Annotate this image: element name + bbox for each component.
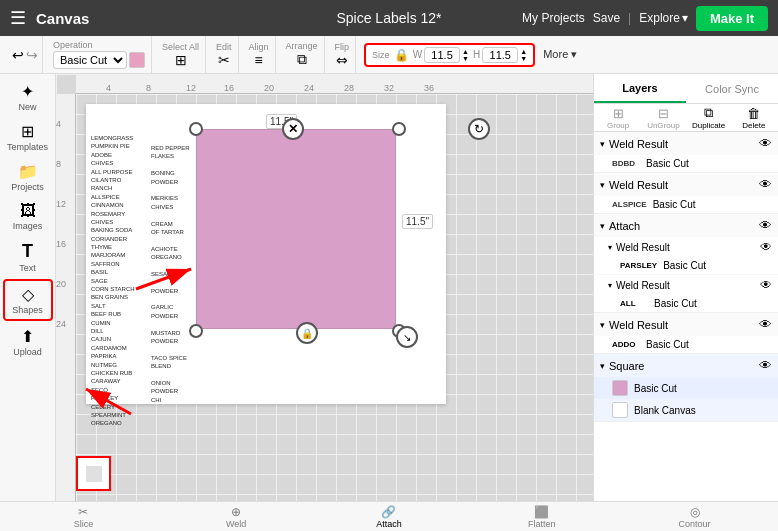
attach-header[interactable]: ▾ Attach 👁 — [594, 214, 778, 237]
handle-scale[interactable]: ↘ — [396, 326, 418, 348]
attach-subgroup-weld2: ▾ Weld Result 👁 ALL Basic Cut — [594, 275, 778, 312]
weld1-chevron-icon: ▾ — [600, 139, 605, 149]
attach-eye-icon[interactable]: 👁 — [759, 218, 772, 233]
handle-top-right[interactable] — [392, 122, 406, 136]
more-button[interactable]: More ▾ — [543, 48, 577, 61]
handle-top-left[interactable] — [189, 122, 203, 136]
hamburger-icon[interactable]: ☰ — [10, 7, 26, 29]
attach-weld1-eye-icon[interactable]: 👁 — [760, 240, 772, 254]
height-down[interactable]: ▼ — [520, 55, 527, 62]
handle-close[interactable]: ✕ — [282, 118, 304, 140]
project-title: Spice Labels 12* — [336, 10, 441, 26]
my-projects-button[interactable]: My Projects — [522, 11, 585, 25]
sidebar-item-new[interactable]: ✦ New — [3, 78, 53, 116]
height-up[interactable]: ▲ — [520, 48, 527, 55]
attach-weld1-header[interactable]: ▾ Weld Result 👁 — [594, 237, 778, 257]
attach-button[interactable]: 🔗 Attach — [314, 503, 465, 531]
layer-item-alspice[interactable]: ALSPICE Basic Cut — [594, 196, 778, 213]
make-it-button[interactable]: Make It — [696, 6, 768, 31]
edit-label: Edit — [216, 42, 232, 52]
weld3-eye-icon[interactable]: 👁 — [759, 317, 772, 332]
align-section: Align ≡ — [243, 36, 276, 73]
attach-weld2-header[interactable]: ▾ Weld Result 👁 — [594, 275, 778, 295]
width-stepper[interactable]: ▲ ▼ — [462, 48, 469, 62]
weld2-eye-icon[interactable]: 👁 — [759, 177, 772, 192]
width-input[interactable] — [424, 47, 460, 63]
explore-chevron-icon: ▾ — [682, 11, 688, 25]
arrange-button[interactable]: ⧉ — [297, 51, 307, 68]
undo-button[interactable]: ↩ — [12, 47, 24, 63]
height-stepper[interactable]: ▲ ▼ — [520, 48, 527, 62]
shapes-icon: ◇ — [22, 285, 34, 304]
weld-result-2-header[interactable]: ▾ Weld Result 👁 — [594, 173, 778, 196]
group-button[interactable]: ⊞ Group — [596, 104, 640, 132]
layer-item-addo[interactable]: ADDO Basic Cut — [594, 336, 778, 353]
sidebar-item-upload[interactable]: ⬆ Upload — [3, 323, 53, 361]
edit-button[interactable]: ✂ — [218, 52, 230, 68]
size-label: Size — [372, 50, 390, 60]
redo-button[interactable]: ↪ — [26, 47, 38, 63]
layer-item-parsley[interactable]: PARSLEY Basic Cut — [594, 257, 778, 274]
undo-redo-section: ↩ ↪ — [8, 36, 43, 73]
sidebar-item-images[interactable]: 🖼 Images — [3, 198, 53, 235]
handle-bottom-left[interactable] — [189, 324, 203, 338]
height-input[interactable] — [482, 47, 518, 63]
attach-chevron-icon: ▾ — [600, 221, 605, 231]
width-down[interactable]: ▼ — [462, 55, 469, 62]
tab-color-sync[interactable]: Color Sync — [686, 74, 778, 103]
ungroup-button[interactable]: ⊟ UnGroup — [641, 104, 685, 132]
layer-item-all[interactable]: ALL Basic Cut — [594, 295, 778, 312]
save-button[interactable]: Save — [593, 11, 620, 25]
sidebar-item-templates[interactable]: ⊞ Templates — [3, 118, 53, 156]
layer-item-blank-canvas[interactable]: Blank Canvas — [594, 399, 778, 421]
layer-item-bdbd[interactable]: BDBD Basic Cut — [594, 155, 778, 172]
flatten-button[interactable]: ⬛ Flatten — [466, 503, 617, 531]
operation-label: Operation — [53, 40, 145, 50]
lock-icon[interactable]: 🔒 — [394, 48, 409, 62]
flip-label: Flip — [335, 42, 350, 52]
select-all-section: Select All ⊞ — [156, 36, 206, 73]
handle-lock[interactable]: 🔒 — [296, 322, 318, 344]
select-all-button[interactable]: ⊞ — [175, 52, 187, 68]
align-button[interactable]: ≡ — [254, 52, 262, 68]
delete-button[interactable]: 🗑 Delete — [732, 104, 776, 132]
weld-result-3-header[interactable]: ▾ Weld Result 👁 — [594, 313, 778, 336]
operation-color-swatch[interactable] — [129, 52, 145, 68]
explore-button[interactable]: Explore ▾ — [639, 11, 688, 25]
width-up[interactable]: ▲ — [462, 48, 469, 55]
sidebar-item-projects[interactable]: 📁 Projects — [3, 158, 53, 196]
width-label: W — [413, 49, 422, 60]
tab-layers[interactable]: Layers — [594, 74, 686, 103]
flip-section: Flip ⇔ — [329, 36, 357, 73]
spice-text-mid: RED PEPPER FLAKES BONING POWDER MERKIES … — [151, 144, 190, 404]
bdbd-label: Basic Cut — [646, 158, 772, 169]
images-label: Images — [13, 221, 43, 231]
operation-select[interactable]: Basic Cut — [53, 51, 127, 69]
top-navigation: ☰ Canvas Spice Labels 12* My Projects Sa… — [0, 0, 778, 36]
weld-icon: ⊕ — [231, 505, 241, 519]
layer-group-weld2: ▾ Weld Result 👁 ALSPICE Basic Cut — [594, 173, 778, 214]
parsley-label: Basic Cut — [663, 260, 772, 271]
flip-button[interactable]: ⇔ — [336, 52, 348, 68]
weld-result-1-header[interactable]: ▾ Weld Result 👁 — [594, 132, 778, 155]
square-title: Square — [609, 360, 755, 372]
layer-group-weld3: ▾ Weld Result 👁 ADDO Basic Cut — [594, 313, 778, 354]
weld1-eye-icon[interactable]: 👁 — [759, 136, 772, 151]
square-header[interactable]: ▾ Square 👁 — [594, 354, 778, 377]
sidebar-item-shapes[interactable]: ◇ Shapes — [3, 279, 53, 321]
duplicate-button[interactable]: ⧉ Duplicate — [687, 103, 731, 132]
layer-item-basic-cut-pink[interactable]: Basic Cut — [594, 377, 778, 399]
square-eye-icon[interactable]: 👁 — [759, 358, 772, 373]
slice-button[interactable]: ✂ Slice — [8, 503, 159, 531]
ruler-top: 4 8 12 16 20 24 28 32 36 — [76, 74, 593, 94]
attach-weld1-title: Weld Result — [616, 242, 756, 253]
attach-weld1-chevron-icon: ▾ — [608, 243, 612, 252]
attach-weld2-eye-icon[interactable]: 👁 — [760, 278, 772, 292]
handle-rotate[interactable]: ↻ — [468, 118, 490, 140]
canvas-area[interactable]: 4 8 12 16 20 24 28 32 36 4 8 12 16 20 24 — [56, 74, 593, 501]
contour-button[interactable]: ◎ Contour — [619, 503, 770, 531]
left-sidebar: ✦ New ⊞ Templates 📁 Projects 🖼 Images T … — [0, 74, 56, 501]
weld-button[interactable]: ⊕ Weld — [161, 503, 312, 531]
sidebar-item-text[interactable]: T Text — [3, 237, 53, 277]
canvas-shape-pink[interactable] — [196, 129, 396, 329]
